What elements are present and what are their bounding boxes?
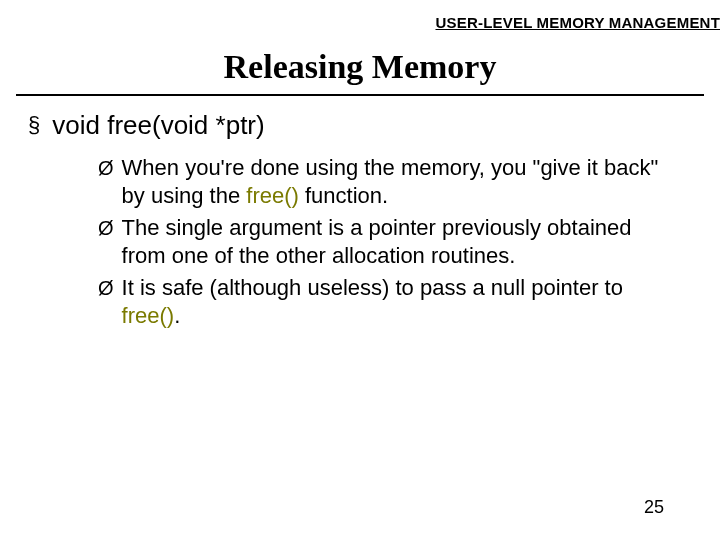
- arrow-bullet-icon: Ø: [98, 214, 114, 242]
- text-accent: free(): [122, 303, 175, 328]
- bullet-lvl2: Ø It is safe (although useless) to pass …: [98, 274, 680, 330]
- bullet-lvl2: Ø When you're done using the memory, you…: [98, 154, 680, 210]
- lvl2-text: It is safe (although useless) to pass a …: [122, 274, 662, 330]
- bullet-lvl1: § void free(void *ptr): [28, 110, 680, 140]
- title-rule: [16, 94, 704, 96]
- bullet-lvl2: Ø The single argument is a pointer previ…: [98, 214, 680, 270]
- lvl2-text: The single argument is a pointer previou…: [122, 214, 662, 270]
- page-number: 25: [644, 497, 664, 518]
- lvl1-text: void free(void *ptr): [52, 110, 264, 140]
- text-pre: When you're done using the memory, you "…: [122, 155, 659, 208]
- slide: USER-LEVEL MEMORY MANAGEMENT Releasing M…: [0, 0, 720, 540]
- arrow-bullet-icon: Ø: [98, 274, 114, 302]
- lvl2-group: Ø When you're done using the memory, you…: [98, 154, 680, 330]
- slide-body: § void free(void *ptr) Ø When you're don…: [28, 110, 680, 334]
- section-header: USER-LEVEL MEMORY MANAGEMENT: [435, 14, 720, 31]
- text-pre: The single argument is a pointer previou…: [122, 215, 632, 268]
- lvl2-text: When you're done using the memory, you "…: [122, 154, 662, 210]
- square-bullet-icon: §: [28, 110, 40, 140]
- text-pre: It is safe (although useless) to pass a …: [122, 275, 623, 300]
- slide-title: Releasing Memory: [0, 48, 720, 86]
- text-post: .: [174, 303, 180, 328]
- text-post: function.: [299, 183, 388, 208]
- text-accent: free(): [246, 183, 299, 208]
- arrow-bullet-icon: Ø: [98, 154, 114, 182]
